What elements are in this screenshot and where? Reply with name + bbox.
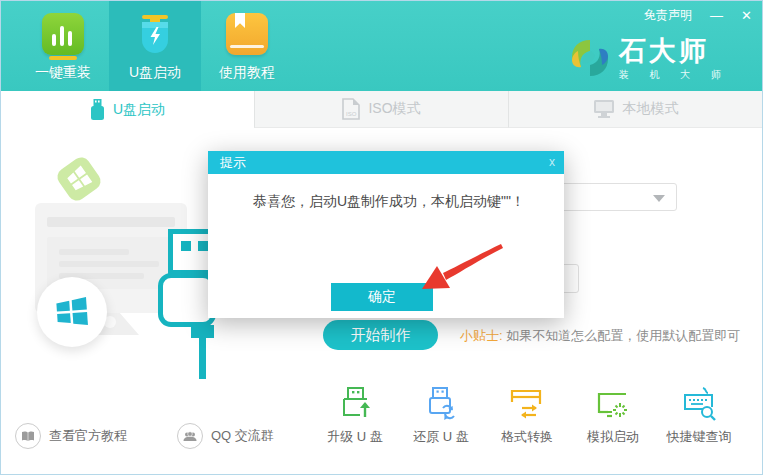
tab-local-mode[interactable]: 本地模式: [508, 91, 762, 128]
book-icon: [226, 13, 268, 55]
usb-illustration-nub: [191, 325, 214, 338]
iso-file-icon: ISO: [342, 98, 360, 120]
usb-shield-icon: [134, 13, 176, 55]
dialog-close-icon[interactable]: x: [549, 151, 555, 174]
usb-upgrade-icon: [337, 386, 373, 422]
tab-usb-boot[interactable]: U盘启动: [1, 91, 254, 128]
mode-tabbar: U盘启动 ISO ISO模式 本地模式: [1, 91, 762, 128]
minimize-icon[interactable]: —: [710, 8, 723, 24]
nav-item-usb-boot[interactable]: U盘启动: [109, 1, 201, 91]
tool-label: 升级 U 盘: [327, 428, 383, 446]
footer-links: 查看官方教程 QQ 交流群: [15, 423, 274, 449]
group-circle-icon: [177, 423, 203, 449]
success-dialog: 提示 x 恭喜您，启动U盘制作成功，本机启动键""！ 确定: [208, 151, 564, 318]
tool-simulate-boot[interactable]: 模拟启动: [571, 386, 655, 446]
link-label: QQ 交流群: [211, 427, 274, 445]
usb-drive-icon: [90, 99, 105, 121]
main-nav: 一键重装 U盘启动 使: [17, 1, 293, 91]
format-convert-icon: [509, 386, 545, 422]
tool-label: 还原 U 盘: [413, 428, 469, 446]
tab-iso-mode[interactable]: ISO ISO模式: [254, 91, 508, 128]
bar-chart-icon: [42, 13, 84, 55]
official-tutorial-link[interactable]: 查看官方教程: [15, 423, 127, 449]
tool-label: 快捷键查询: [667, 428, 732, 446]
start-create-button[interactable]: 开始制作: [323, 320, 438, 350]
brand-swirl-icon: [569, 37, 611, 79]
windows-logo-badge: [37, 277, 107, 347]
nav-item-reinstall[interactable]: 一键重装: [17, 1, 109, 91]
tip-label: 小贴士:: [460, 328, 503, 343]
chevron-down-icon: [653, 195, 665, 202]
hotkey-search-icon: [681, 386, 717, 422]
nav-label: U盘启动: [129, 64, 181, 82]
book-circle-icon: [15, 423, 41, 449]
usb-illustration-cable: [199, 338, 206, 379]
monitor-icon: [593, 99, 615, 119]
tool-upgrade-usb[interactable]: 升级 U 盘: [313, 386, 397, 446]
dialog-title: 提示: [220, 155, 246, 170]
close-icon[interactable]: ✕: [741, 8, 752, 24]
dialog-titlebar: 提示 x: [208, 151, 564, 174]
qq-group-link[interactable]: QQ 交流群: [177, 423, 274, 449]
app-window: 一键重装 U盘启动 使: [0, 0, 763, 475]
footer-tools: 升级 U 盘 还原 U 盘: [313, 386, 741, 446]
nav-label: 使用教程: [219, 64, 275, 82]
tool-format-convert[interactable]: 格式转换: [485, 386, 569, 446]
brand-subtitle: 装 机 大 师: [619, 68, 730, 82]
tool-label: 模拟启动: [587, 428, 639, 446]
tip-text: 小贴士: 如果不知道怎么配置，使用默认配置即可: [460, 327, 740, 345]
link-label: 查看官方教程: [49, 427, 127, 445]
nav-item-tutorial[interactable]: 使用教程: [201, 1, 293, 91]
tab-label: ISO模式: [368, 100, 420, 118]
tool-hotkey-query[interactable]: 快捷键查询: [657, 386, 741, 446]
svg-text:ISO: ISO: [346, 111, 357, 117]
header: 一键重装 U盘启动 使: [1, 1, 762, 91]
tab-label: U盘启动: [113, 101, 165, 119]
tool-restore-usb[interactable]: 还原 U 盘: [399, 386, 483, 446]
confirm-button[interactable]: 确定: [331, 283, 433, 311]
simulate-boot-icon: [595, 386, 631, 422]
windows-tile-icon: [54, 154, 104, 204]
tool-label: 格式转换: [501, 428, 553, 446]
dialog-message: 恭喜您，启动U盘制作成功，本机启动键""！: [253, 193, 525, 211]
windows-logo-icon: [53, 293, 91, 331]
window-controls: 免责声明 — ✕: [644, 7, 752, 24]
brand-logo: 石大师 装 机 大 师: [569, 37, 730, 82]
disclaimer-link[interactable]: 免责声明: [644, 7, 692, 24]
usb-restore-icon: [423, 386, 459, 422]
brand-name: 石大师: [619, 37, 730, 65]
nav-label: 一键重装: [35, 64, 91, 82]
tab-label: 本地模式: [623, 100, 679, 118]
